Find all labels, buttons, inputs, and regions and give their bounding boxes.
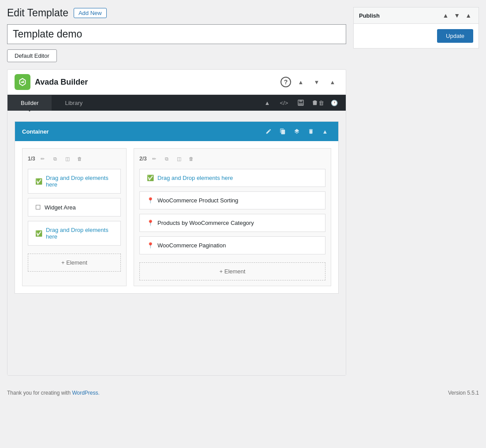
panel-collapse-up-button[interactable]: ▲ <box>295 76 307 88</box>
publish-collapse-button[interactable]: ▲ <box>464 11 473 20</box>
woo-category-name: Products by WooCommerce Category <box>157 220 254 226</box>
tab-action-save[interactable] <box>293 95 309 111</box>
panel-expand-button[interactable]: ▲ <box>326 76 339 88</box>
tab-action-code[interactable]: </> <box>276 95 292 111</box>
widget-area-element[interactable]: ☐ Widget Area <box>28 198 121 217</box>
check-icon-right: ✅ <box>147 175 154 181</box>
add-element-right-button[interactable]: + Element <box>139 262 325 280</box>
avada-builder-panel: Avada Builder ? ▲ ▼ ▲ Builder Library ▲ … <box>7 69 346 376</box>
column-right-label: 2/3 <box>139 156 147 162</box>
container-edit-button[interactable] <box>262 125 275 138</box>
builder-content: Container <box>7 111 346 375</box>
page-title: Edit Template <box>7 7 68 19</box>
woo-product-sorting-element[interactable]: 📍 WooCommerce Product Sorting <box>139 191 325 209</box>
publish-down-button[interactable]: ▼ <box>452 11 462 20</box>
avada-logo-icon <box>15 74 30 90</box>
publish-panel-header: Publish ▲ ▼ ▲ <box>354 7 479 24</box>
column-left-label: 1/3 <box>28 156 35 162</box>
column-left-header: 1/3 ✏ ⧉ ◫ 🗑 <box>28 154 121 164</box>
col-right-layer-button[interactable]: ◫ <box>174 154 184 164</box>
column-left: 1/3 ✏ ⧉ ◫ 🗑 ✅ Drag and Drop elements her… <box>22 148 127 286</box>
builder-tabs: Builder Library ▲ </> <box>7 95 346 111</box>
tab-action-delete[interactable]: 🗑 <box>310 95 325 111</box>
column-right: 2/3 ✏ ⧉ ◫ 🗑 ✅ Drag and Drop elements her… <box>134 148 331 286</box>
panel-header-controls: ? ▲ ▼ ▲ <box>280 76 339 88</box>
svg-rect-1 <box>299 100 303 102</box>
drag-drop-text-1: Drag and Drop elements here <box>46 175 113 188</box>
publish-up-button[interactable]: ▲ <box>441 11 450 20</box>
page-footer: Thank you for creating with WordPress. V… <box>0 383 486 403</box>
tab-action-collapse[interactable]: ▲ <box>259 95 275 111</box>
add-new-button[interactable]: Add New <box>74 8 107 18</box>
col-right-edit-button[interactable]: ✏ <box>150 154 159 164</box>
container-controls: ▲ <box>262 125 331 138</box>
publish-label: Publish <box>359 12 380 19</box>
woo-sorting-name: WooCommerce Product Sorting <box>157 197 238 204</box>
drag-drop-element-1[interactable]: ✅ Drag and Drop elements here <box>28 169 121 194</box>
add-element-left-button[interactable]: + Element <box>28 254 121 272</box>
container-block: Container <box>15 121 339 294</box>
widget-area-name: Widget Area <box>45 204 76 211</box>
woo-pagination-element[interactable]: 📍 WooCommerce Pagination <box>139 236 325 254</box>
check-icon-2: ✅ <box>35 230 42 237</box>
woo-pagination-name: WooCommerce Pagination <box>157 242 226 249</box>
tab-action-history[interactable]: 🕐 <box>326 95 342 111</box>
update-button[interactable]: Update <box>437 29 473 43</box>
drag-drop-text-right: Drag and Drop elements here <box>157 175 233 181</box>
col-left-edit-button[interactable]: ✏ <box>38 154 48 164</box>
template-name-input[interactable] <box>7 24 346 44</box>
tab-builder[interactable]: Builder <box>7 95 52 111</box>
publish-panel: Publish ▲ ▼ ▲ Update <box>353 7 479 49</box>
footer-credit: Thank you for creating with WordPress. <box>7 390 100 396</box>
col-left-layer-button[interactable]: ◫ <box>63 154 72 164</box>
help-icon[interactable]: ? <box>280 77 291 87</box>
col-left-delete-button[interactable]: 🗑 <box>75 154 85 164</box>
col-right-copy-button[interactable]: ⧉ <box>162 154 172 164</box>
publish-panel-body: Update <box>354 24 479 48</box>
woo-category-element[interactable]: 📍 Products by WooCommerce Category <box>139 214 325 232</box>
default-editor-button[interactable]: Default Editor <box>7 49 57 62</box>
col-left-copy-button[interactable]: ⧉ <box>50 154 60 164</box>
container-delete-button[interactable] <box>305 125 317 138</box>
avada-logo-area: Avada Builder <box>15 74 88 90</box>
container-copy-button[interactable] <box>277 125 289 138</box>
avada-panel-header: Avada Builder ? ▲ ▼ ▲ <box>7 70 346 95</box>
container-header: Container <box>15 122 338 141</box>
drag-drop-element-right[interactable]: ✅ Drag and Drop elements here <box>139 169 325 187</box>
svg-rect-2 <box>299 103 303 105</box>
columns-area: 1/3 ✏ ⧉ ◫ 🗑 ✅ Drag and Drop elements her… <box>15 141 338 293</box>
page-header: Edit Template Add New <box>7 7 346 19</box>
container-title: Container <box>22 128 49 135</box>
drag-drop-text-2: Drag and Drop elements here <box>46 227 113 240</box>
woo-category-icon: 📍 <box>147 220 154 226</box>
check-icon-1: ✅ <box>35 178 42 185</box>
wordpress-link[interactable]: WordPress. <box>72 390 99 396</box>
publish-header-controls: ▲ ▼ ▲ <box>441 11 473 20</box>
panel-collapse-down-button[interactable]: ▼ <box>310 76 323 88</box>
drag-drop-element-2[interactable]: ✅ Drag and Drop elements here <box>28 221 121 246</box>
avada-builder-title: Avada Builder <box>35 78 88 87</box>
woo-sorting-icon: 📍 <box>147 197 154 204</box>
column-right-header: 2/3 ✏ ⧉ ◫ 🗑 <box>139 154 325 164</box>
woo-pagination-icon: 📍 <box>147 242 154 249</box>
sidebar: Publish ▲ ▼ ▲ Update <box>353 7 479 376</box>
tab-library[interactable]: Library <box>52 95 96 111</box>
tab-actions: ▲ </> 🗑 🕐 <box>259 95 346 111</box>
widget-icon: ☐ <box>35 204 41 211</box>
container-layer-button[interactable] <box>291 125 303 138</box>
container-collapse-button[interactable]: ▲ <box>319 125 331 138</box>
version-info: Version 5.5.1 <box>448 390 479 396</box>
col-right-delete-button[interactable]: 🗑 <box>187 154 196 164</box>
